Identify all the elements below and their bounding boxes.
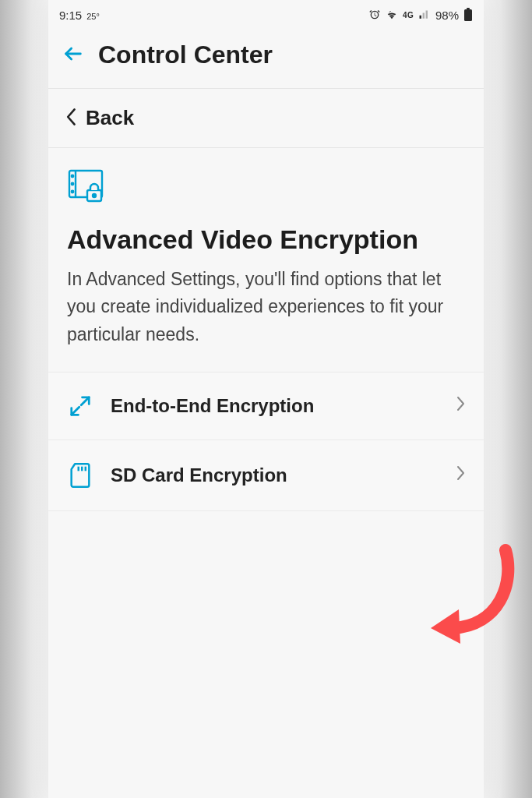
battery-percent: 98% [435,9,459,22]
chevron-right-icon [456,465,465,486]
app-header: Control Center [48,26,484,88]
hero-description: In Advanced Settings, you'll find option… [67,266,465,349]
svg-point-6 [72,191,73,192]
header-title: Control Center [98,41,273,69]
svg-point-8 [93,194,96,197]
status-time: 9:15 [59,9,82,22]
svg-rect-0 [464,9,472,21]
status-bar: 9:15 25° 4G 98% [48,0,484,26]
wifi-icon [386,9,398,20]
signal-icon [418,9,431,20]
battery-icon [463,8,473,22]
status-temperature: 25° [86,12,100,21]
option-end-to-end-encryption[interactable]: End-to-End Encryption [48,373,484,440]
expand-arrows-icon [67,394,93,418]
svg-point-5 [72,183,73,185]
video-lock-icon [67,168,465,207]
nav-back-label: Back [86,106,134,130]
sd-card-icon [67,462,93,489]
option-sd-card-encryption[interactable]: SD Card Encryption [48,440,484,510]
phone-frame: 9:15 25° 4G 98% Control Center [48,0,484,798]
hero-title: Advanced Video Encryption [67,223,465,256]
chevron-right-icon [456,396,465,416]
back-arrow-icon[interactable] [62,43,84,68]
alarm-icon [368,9,381,21]
option-label: SD Card Encryption [111,464,439,486]
option-label: End-to-End Encryption [111,395,439,417]
svg-point-4 [72,175,73,177]
divider [48,510,484,511]
chevron-left-icon [65,108,78,129]
svg-rect-1 [467,8,470,9]
network-type: 4G [403,11,414,19]
section-hero: Advanced Video Encryption In Advanced Se… [48,148,484,372]
nav-back-row[interactable]: Back [48,89,484,147]
